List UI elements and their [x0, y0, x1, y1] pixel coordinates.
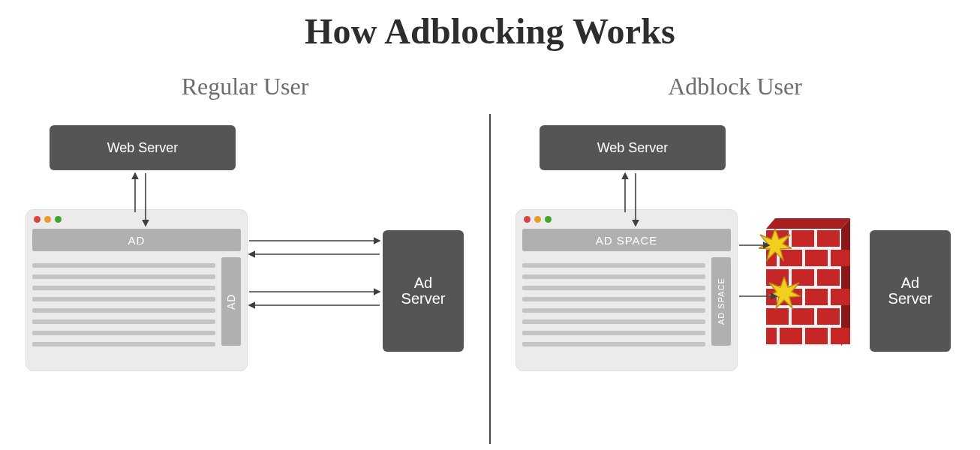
ad-banner: AD [32, 229, 241, 251]
ad-server-box: Ad Server [383, 230, 464, 352]
svg-marker-6 [766, 218, 850, 229]
text-line [32, 308, 215, 313]
text-line [32, 286, 215, 290]
window-traffic-lights [522, 216, 731, 229]
svg-rect-26 [766, 328, 777, 344]
web-server-box: Web Server [540, 125, 726, 170]
text-line [32, 331, 215, 335]
browser-window: AD SPACE AD SPACE [516, 209, 738, 371]
text-lines [522, 257, 705, 346]
svg-rect-28 [805, 328, 828, 344]
text-line [32, 274, 215, 279]
browser-window: AD AD [26, 209, 248, 371]
web-server-label: Web Server [107, 140, 179, 156]
minimize-dot-icon [44, 216, 51, 223]
svg-rect-22 [831, 289, 850, 305]
zoom-dot-icon [55, 216, 62, 223]
minimize-dot-icon [534, 216, 541, 223]
text-line [32, 297, 215, 302]
text-line [522, 297, 705, 302]
svg-rect-18 [817, 269, 840, 286]
panel-divider [489, 114, 491, 444]
svg-marker-33 [759, 229, 792, 260]
ad-space-banner: AD SPACE [522, 229, 731, 251]
window-traffic-lights [32, 216, 241, 229]
ad-server-label-line2: Server [888, 290, 933, 307]
text-line [522, 320, 705, 324]
ad-server-box: Ad Server [870, 230, 951, 352]
ad-sidebar-label: AD [225, 293, 237, 309]
page-content-area: AD SPACE [522, 257, 731, 346]
text-line [32, 342, 215, 346]
text-line [522, 274, 705, 279]
svg-rect-23 [766, 308, 789, 325]
close-dot-icon [34, 216, 41, 223]
svg-marker-34 [768, 277, 801, 308]
ad-space-sidebar-label: AD SPACE [717, 278, 726, 326]
svg-rect-27 [780, 328, 802, 344]
ad-server-label-line1: Ad [414, 274, 432, 291]
panel-heading-right: Adblock User [490, 73, 980, 100]
ad-server-label-line2: Server [401, 290, 446, 307]
panel-heading-left: Regular User [0, 73, 490, 100]
svg-rect-10 [792, 230, 814, 247]
text-line [522, 263, 705, 268]
panel-regular-user: Regular User Web Server Ad Server AD [0, 55, 490, 430]
ad-server-label-line1: Ad [901, 274, 919, 291]
svg-marker-7 [841, 218, 850, 346]
text-line [522, 331, 705, 335]
text-line [522, 286, 705, 290]
close-dot-icon [524, 216, 531, 223]
svg-rect-11 [817, 230, 840, 247]
svg-rect-29 [831, 328, 850, 344]
impact-burst-icon [768, 277, 801, 310]
page-title: How Adblocking Works [0, 10, 980, 52]
svg-rect-15 [831, 250, 850, 266]
impact-burst-icon [759, 229, 792, 262]
text-line [522, 308, 705, 313]
ad-sidebar: AD [221, 257, 241, 346]
text-line [32, 320, 215, 324]
web-server-box: Web Server [50, 125, 236, 170]
text-lines [32, 257, 215, 346]
page-content-area: AD [32, 257, 241, 346]
svg-rect-21 [805, 289, 828, 305]
ad-space-banner-label: AD SPACE [596, 234, 658, 247]
svg-rect-25 [817, 308, 840, 325]
panel-adblock-user: Adblock User Web Server Ad Server AD SPA… [490, 55, 980, 430]
svg-rect-24 [792, 308, 814, 325]
text-line [522, 342, 705, 346]
web-server-label: Web Server [597, 140, 669, 156]
ad-space-sidebar: AD SPACE [711, 257, 731, 346]
zoom-dot-icon [545, 216, 552, 223]
text-line [32, 263, 215, 268]
svg-rect-14 [805, 250, 828, 266]
ad-banner-label: AD [128, 234, 146, 247]
